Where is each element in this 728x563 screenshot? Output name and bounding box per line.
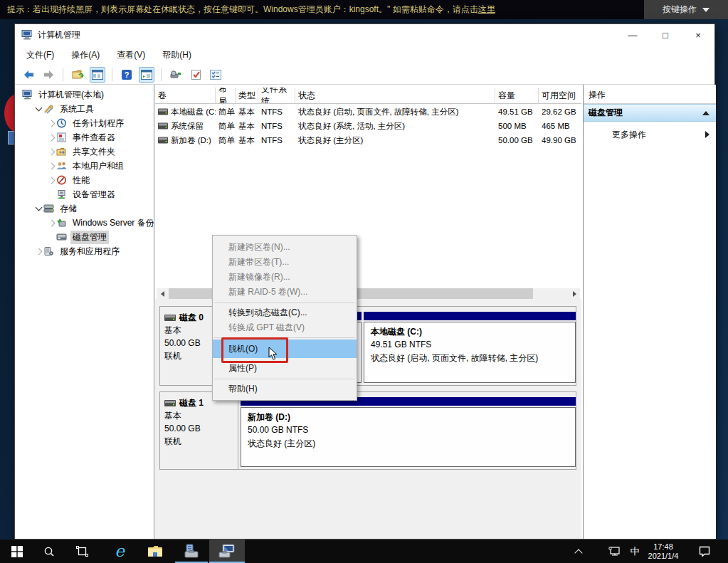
tray-overflow-button[interactable] bbox=[569, 540, 588, 563]
server-manager-button[interactable] bbox=[175, 540, 208, 563]
file-explorer-button[interactable] bbox=[138, 540, 172, 563]
tree-item-label: 系统工具 bbox=[58, 102, 96, 116]
tree-item-shared-folders[interactable]: 共享文件夹 bbox=[15, 144, 154, 159]
scroll-right-button[interactable] bbox=[569, 288, 580, 299]
column-header-layout[interactable]: 布局 bbox=[216, 88, 236, 103]
computer-management-taskbar-button[interactable] bbox=[209, 540, 245, 563]
partition-c[interactable]: 本地磁盘 (C:) 49.51 GB NTFS 状态良好 (启动, 页面文件, … bbox=[364, 312, 576, 383]
clock-time: 17:48 bbox=[653, 542, 673, 552]
menu-item-help[interactable]: 帮助(H) bbox=[213, 382, 357, 396]
search-button[interactable] bbox=[34, 540, 64, 563]
volume-type: 基本 bbox=[236, 119, 258, 133]
show-action-pane-button[interactable] bbox=[139, 67, 154, 83]
maximize-button[interactable]: □ bbox=[649, 24, 682, 46]
tree-item-label: Windows Server 备份 bbox=[70, 216, 157, 230]
back-button[interactable] bbox=[21, 67, 36, 83]
column-header-status[interactable]: 状态 bbox=[295, 88, 495, 103]
tree-item-performance[interactable]: 性能 bbox=[15, 173, 154, 187]
forward-button[interactable] bbox=[41, 67, 56, 83]
export-list-button[interactable] bbox=[70, 67, 85, 83]
taskbar-clock[interactable]: 17:48 2021/1/4 bbox=[645, 540, 682, 563]
volume-row-c[interactable]: 本地磁盘 (C:) 简单 基本 NTFS 状态良好 (启动, 页面文件, 故障转… bbox=[155, 105, 581, 119]
minimize-button[interactable]: — bbox=[616, 24, 649, 46]
menu-item-convert-to-dynamic-disk[interactable]: 转换到动态磁盘(C)... bbox=[213, 305, 357, 320]
tree-item-task-scheduler[interactable]: 任务计划程序 bbox=[15, 116, 154, 130]
notice-link[interactable]: 这里 bbox=[478, 4, 495, 16]
internet-explorer-button[interactable]: e bbox=[102, 540, 137, 563]
tree-item-computer-management[interactable]: 计算机管理(本地) bbox=[15, 88, 154, 102]
services-icon bbox=[43, 246, 54, 256]
menu-help[interactable]: 帮助(H) bbox=[159, 47, 194, 63]
tree-item-windows-server-backup[interactable]: Windows Server 备份 bbox=[15, 216, 154, 230]
check-document-button[interactable] bbox=[188, 67, 204, 83]
device-tool-button[interactable] bbox=[168, 67, 184, 83]
volume-row-system-reserved[interactable]: 系统保留 简单 基本 NTFS 状态良好 (系统, 活动, 主分区) 500 M… bbox=[155, 119, 581, 133]
key-actions-button[interactable]: 按键操作 bbox=[644, 0, 728, 19]
tree-item-services-applications[interactable]: 服务和应用程序 bbox=[15, 244, 154, 258]
ime-indicator-button[interactable]: 中 bbox=[625, 540, 645, 563]
task-view-button[interactable] bbox=[67, 540, 97, 563]
screen: 提示：若出现持续黑屏，则表示屏幕处在休眠状态，按任意键即可。Windows管理员… bbox=[0, 0, 728, 563]
menu-item-new-spanned-volume[interactable]: 新建跨区卷(N)... bbox=[213, 240, 357, 255]
column-header-filesystem[interactable]: 文件系统 bbox=[258, 88, 295, 103]
menu-bar: 文件(F) 操作(A) 查看(V) 帮助(H) bbox=[15, 46, 714, 65]
disk-1-label[interactable]: 磁盘 1 基本 50.00 GB 联机 bbox=[160, 392, 238, 469]
users-icon bbox=[56, 161, 67, 171]
key-actions-label: 按键操作 bbox=[663, 4, 697, 16]
actions-panel: 操作 磁盘管理 更多操作 bbox=[583, 85, 716, 539]
help-button[interactable]: ? bbox=[119, 67, 134, 83]
server-backup-icon bbox=[56, 218, 67, 228]
column-header-type[interactable]: 类型 bbox=[236, 88, 258, 103]
network-icon bbox=[608, 547, 621, 557]
chevron-right-icon bbox=[48, 134, 55, 141]
task-view-icon bbox=[76, 546, 88, 557]
disk-1-row[interactable]: 磁盘 1 基本 50.00 GB 联机 新加卷 (D:) 50.00 GB NT… bbox=[159, 391, 576, 470]
partition-size: 50.00 GB NTFS bbox=[248, 423, 575, 437]
tree-item-label: 本地用户和组 bbox=[70, 159, 126, 173]
action-center-button[interactable] bbox=[692, 540, 717, 563]
volume-row-d[interactable]: 新加卷 (D:) 简单 基本 NTFS 状态良好 (主分区) 50.00 GB … bbox=[155, 133, 581, 147]
menu-item-new-striped-volume[interactable]: 新建带区卷(T)... bbox=[213, 255, 357, 270]
ime-indicator: 中 bbox=[631, 545, 640, 558]
column-header-capacity[interactable]: 容量 bbox=[495, 88, 539, 103]
checklist-button[interactable] bbox=[208, 67, 223, 83]
partition-d[interactable]: 新加卷 (D:) 50.00 GB NTFS 状态良好 (主分区) bbox=[241, 397, 576, 467]
menu-item-new-mirrored-volume[interactable]: 新建镜像卷(R)... bbox=[213, 270, 357, 285]
chevron-right-icon bbox=[48, 120, 55, 127]
volume-free: 29.62 GB bbox=[539, 105, 581, 119]
menu-action[interactable]: 操作(A) bbox=[68, 47, 102, 63]
column-header-volume[interactable]: 卷 bbox=[155, 88, 216, 103]
menu-item-convert-to-gpt-disk[interactable]: 转换成 GPT 磁盘(V) bbox=[213, 320, 357, 335]
action-pane-icon bbox=[141, 70, 152, 80]
system-tools-icon bbox=[43, 104, 54, 114]
menu-item-new-raid5-volume[interactable]: 新建 RAID-5 卷(W)... bbox=[213, 285, 357, 300]
close-button[interactable]: × bbox=[682, 24, 714, 46]
tree-item-local-users-groups[interactable]: 本地用户和组 bbox=[15, 159, 154, 173]
menu-item-properties[interactable]: 属性(P) bbox=[213, 361, 357, 376]
volume-status: 状态良好 (主分区) bbox=[295, 133, 495, 147]
volume-free: 465 MB bbox=[539, 119, 581, 133]
scroll-left-button[interactable] bbox=[157, 288, 168, 299]
column-header-free-space[interactable]: 可用空间 bbox=[539, 88, 581, 103]
computer-management-app-icon bbox=[21, 30, 33, 40]
tree-item-device-manager[interactable]: 设备管理器 bbox=[15, 187, 154, 201]
tree-item-system-tools[interactable]: 系统工具 bbox=[15, 102, 154, 116]
menu-view[interactable]: 查看(V) bbox=[114, 47, 148, 63]
network-tray-icon-button[interactable] bbox=[603, 540, 625, 563]
tree-item-disk-management[interactable]: 磁盘管理 bbox=[15, 230, 154, 244]
volume-name: 新加卷 (D:) bbox=[171, 135, 211, 146]
show-console-tree-button[interactable] bbox=[90, 67, 105, 83]
menu-item-offline[interactable]: 脱机(O) bbox=[213, 340, 357, 358]
device-inspect-icon bbox=[169, 70, 182, 80]
chevron-up-icon bbox=[574, 549, 582, 557]
partition-status: 状态良好 (启动, 页面文件, 故障转储, 主分区) bbox=[371, 352, 575, 365]
toolbar-separator bbox=[112, 68, 112, 81]
menu-separator bbox=[214, 302, 355, 303]
disk-management-section-header[interactable]: 磁盘管理 bbox=[584, 104, 716, 122]
tree-item-event-viewer[interactable]: 事件查看器 bbox=[15, 130, 154, 144]
tree-item-storage[interactable]: 存储 bbox=[15, 201, 154, 216]
start-button[interactable] bbox=[3, 540, 31, 563]
disk-name: 磁盘 0 bbox=[179, 312, 204, 324]
more-actions-item[interactable]: 更多操作 bbox=[584, 127, 716, 142]
menu-file[interactable]: 文件(F) bbox=[23, 47, 57, 63]
